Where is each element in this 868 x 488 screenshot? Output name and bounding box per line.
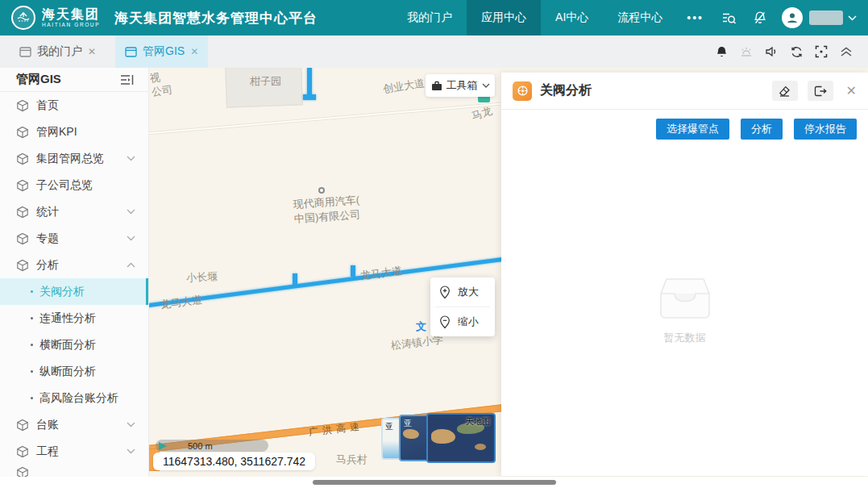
bullet-dot [31, 317, 33, 319]
map-scale-bar: 500 m [156, 440, 268, 452]
empty-inbox-icon [658, 277, 712, 319]
sidebar-subitem-longitudinal-analysis[interactable]: 纵断面分析 [0, 358, 148, 385]
tab-close-icon[interactable]: ✕ [88, 46, 96, 57]
empty-state-text: 暂无数据 [664, 331, 706, 345]
map-label-highway: 广洪高速 [308, 419, 363, 440]
sidebar: 管网GIS 首页 管网KPI 集团管网总览 子公司总览 统计 [0, 68, 149, 488]
nav-process-center[interactable]: 流程中心 [603, 0, 677, 35]
username-redacted [809, 10, 843, 25]
logo-text-cn: 海天集团 [42, 8, 100, 21]
map-poi-dot [318, 187, 325, 194]
search-icon[interactable] [713, 10, 745, 26]
export-button[interactable] [808, 81, 833, 101]
sidebar-item-kpi[interactable]: 管网KPI [0, 119, 148, 145]
bullet-dot [31, 397, 33, 399]
pin-minus-icon [439, 315, 451, 329]
bell-icon[interactable] [712, 43, 730, 60]
sidebar-item-statistics[interactable]: 统计 [0, 198, 148, 225]
bullet-dot [31, 370, 33, 373]
map-label-xiaochangyan: 小长堰 [186, 269, 218, 286]
panel-close-icon[interactable]: ✕ [846, 83, 857, 98]
map-label-road-chuangye: 创业大道 [382, 76, 426, 97]
zoom-in-menu-item[interactable]: 放大 [430, 277, 495, 307]
tab-label: 管网GIS [143, 44, 185, 59]
basemap-thumb-tianditu[interactable]: 天地图 [426, 413, 496, 463]
pipe-stub [293, 273, 297, 285]
logo-globe-icon [11, 6, 35, 30]
nav-my-portal[interactable]: 我的门户 [392, 0, 467, 35]
collapse-up-icon[interactable] [837, 43, 855, 60]
app-window: 海天集团 HAITIAN GROUP 海天集团智慧水务管理中心平台 我的门户 应… [0, 0, 868, 488]
tab-my-portal[interactable]: 我的门户 ✕ [10, 35, 106, 68]
map-label-school-mark: 文 [416, 319, 426, 334]
water-outage-report-button[interactable]: 停水报告 [794, 119, 857, 140]
panel-title: 关阀分析 [540, 82, 762, 99]
sidebar-subitem-high-risk-ledger-analysis[interactable]: 高风险台账分析 [0, 385, 148, 411]
sidebar-item-subsidiary-overview[interactable]: 子公司总览 [0, 172, 148, 198]
sidebar-item-topics[interactable]: 专题 [0, 225, 148, 252]
user-avatar[interactable] [782, 7, 803, 28]
pin-plus-icon [439, 286, 451, 299]
select-burst-point-button[interactable]: 选择爆管点 [656, 119, 729, 140]
logo-text-en: HAITIAN GROUP [42, 23, 100, 28]
toolbox-button[interactable]: 工具箱 [426, 74, 495, 97]
map-label-road-longma-1: 龙马大道 [160, 293, 203, 313]
chevron-up-icon [127, 262, 135, 268]
nav-ai-center[interactable]: AI中心 [541, 0, 603, 35]
bullet-dot [31, 344, 33, 346]
chevron-down-icon [127, 209, 135, 215]
panel-header: 关阀分析 ✕ [501, 73, 868, 110]
tab-label: 我的门户 [37, 44, 82, 59]
map-label-road-longma-2: 龙马大道 [359, 264, 403, 284]
refresh-icon[interactable] [787, 43, 805, 60]
sidebar-subitem-valve-analysis[interactable]: 关阀分析 [0, 278, 148, 305]
valve-analysis-icon [513, 81, 532, 101]
empty-state: 暂无数据 [501, 277, 868, 345]
pipe-stub [351, 265, 355, 277]
analyze-button[interactable]: 分析 [741, 119, 783, 140]
map-label-mabingcun: 马兵村 [336, 453, 368, 467]
alarm-siren-icon[interactable] [737, 43, 755, 60]
pipe-cap [303, 94, 316, 100]
nav-more-button[interactable]: ••• [677, 11, 713, 24]
export-icon [814, 86, 827, 97]
map-label-partial-company: 视 公司 [149, 69, 173, 99]
chevron-down-icon [127, 448, 135, 454]
tab-bar: 我的门户 ✕ 管网GIS ✕ [0, 35, 868, 68]
fullscreen-icon[interactable] [812, 43, 830, 60]
clear-results-button[interactable] [772, 81, 798, 101]
sidebar-item-analysis[interactable]: 分析 [0, 252, 148, 278]
chevron-down-icon [127, 236, 135, 241]
map-label-company: 现代商用汽车( 中国)有限公司 [268, 191, 386, 227]
sidebar-item-home[interactable]: 首页 [0, 92, 148, 119]
eraser-icon [779, 86, 791, 97]
chevron-down-icon [482, 83, 490, 88]
chevron-down-icon [127, 156, 135, 161]
horizontal-scrollbar[interactable] [313, 480, 556, 485]
sidebar-item-engineering[interactable]: 工程 [0, 438, 148, 465]
sidebar-item-group-overview[interactable]: 集团管网总览 [0, 145, 148, 172]
map-zoom-menu: 放大 缩小 [430, 277, 495, 336]
sidebar-subitem-connectivity-analysis[interactable]: 连通性分析 [0, 305, 148, 332]
valve-analysis-panel: 关阀分析 ✕ 选择爆管点 分析 停水报告 暂无数据 [501, 73, 868, 476]
sidebar-item-ledger[interactable]: 台账 [0, 411, 148, 438]
map-coordinates: 11647313.480, 3511627.742 [153, 453, 315, 470]
chevron-down-icon [127, 422, 135, 428]
toolbox-icon [431, 81, 442, 91]
menu-fold-icon[interactable] [120, 74, 134, 86]
top-header: 海天集团 HAITIAN GROUP 海天集团智慧水务管理中心平台 我的门户 应… [0, 0, 868, 35]
sidebar-title: 管网GIS [16, 72, 61, 87]
zoom-out-menu-item[interactable]: 缩小 [430, 307, 495, 336]
nav-app-center[interactable]: 应用中心 [467, 0, 541, 35]
user-menu-caret-icon[interactable] [848, 15, 857, 21]
tab-close-icon[interactable]: ✕ [190, 46, 198, 57]
bullet-dot [31, 290, 33, 293]
sidebar-subitem-cross-section-analysis[interactable]: 横断面分析 [0, 332, 148, 358]
panel-actions: 选择爆管点 分析 停水报告 [501, 110, 868, 148]
speaker-icon[interactable] [762, 43, 780, 60]
notification-muted-icon[interactable] [745, 10, 775, 25]
platform-title: 海天集团智慧水务管理中心平台 [114, 9, 318, 27]
tab-pipe-gis[interactable]: 管网GIS ✕ [115, 35, 208, 68]
map-label-orchard: 柑子园 [250, 74, 281, 89]
brand-logo: 海天集团 HAITIAN GROUP [0, 6, 100, 30]
